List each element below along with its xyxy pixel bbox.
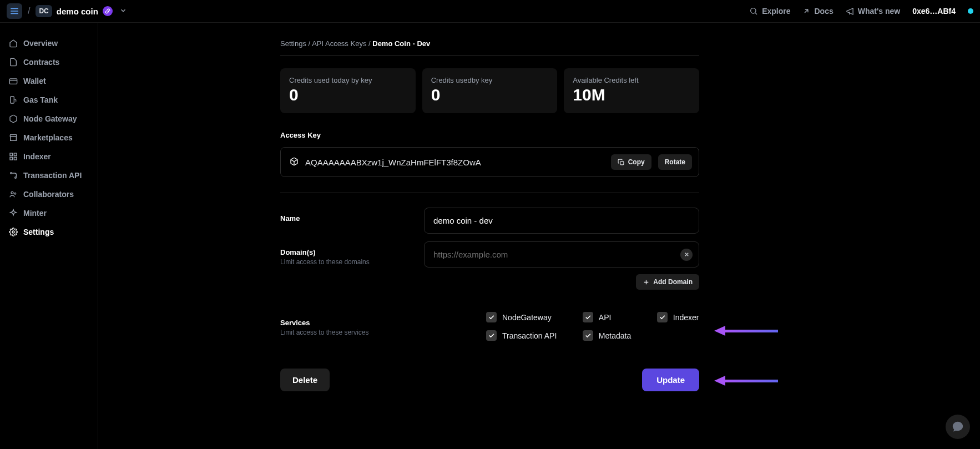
domain-row: Domain(s) Limit access to these domains …: [280, 241, 699, 290]
rotate-button[interactable]: Rotate: [658, 154, 692, 170]
service-label: Metadata: [599, 331, 631, 340]
access-key-label: Access Key: [280, 131, 699, 139]
wallet-icon: [9, 77, 18, 85]
sidebar-item-contracts[interactable]: Contracts: [4, 53, 93, 72]
chat-icon: [952, 421, 964, 433]
app-logo[interactable]: [7, 3, 22, 19]
service-nodegateway: NodeGateway: [486, 312, 557, 322]
svg-point-8: [15, 177, 17, 179]
service-metadata: Metadata: [583, 330, 632, 341]
sidebar-item-gas-tank[interactable]: Gas Tank: [4, 90, 93, 109]
sidebar-item-label: Transaction API: [23, 171, 82, 180]
service-transaction-api: Transaction API: [486, 330, 557, 341]
topbar: / DC demo coin Explore Docs What's new 0…: [0, 0, 980, 23]
add-domain-label: Add Domain: [653, 278, 693, 286]
svg-rect-12: [620, 161, 624, 164]
sidebar-item-label: Collaborators: [23, 190, 74, 199]
check-icon: [488, 332, 495, 339]
wallet-address[interactable]: 0xe6…ABf4: [912, 7, 956, 16]
annotation-arrow-services: [714, 326, 778, 336]
plus-icon: [643, 279, 650, 286]
copy-label: Copy: [628, 158, 645, 166]
sidebar-item-label: Settings: [23, 228, 54, 236]
actions-row: Delete Update: [280, 369, 699, 391]
nav-whats-new-label: What's new: [858, 7, 900, 16]
svg-point-0: [751, 8, 756, 13]
access-key-box: AQAAAAAAABXzw1j_WnZaHmFElFT3f8ZOwA Copy …: [280, 147, 699, 177]
name-label: Name: [280, 214, 424, 223]
sidebar-item-transaction-api[interactable]: Transaction API: [4, 166, 93, 185]
checkbox[interactable]: [583, 312, 593, 322]
stat-value: 0: [431, 85, 549, 104]
services-grid: NodeGateway API Indexer Transaction: [486, 312, 699, 341]
svg-rect-4: [14, 153, 17, 156]
main-content: Settings / API Access Keys / Demo Coin -…: [98, 23, 980, 449]
breadcrumb-api-keys[interactable]: API Access Keys: [312, 39, 366, 48]
sidebar-item-node-gateway[interactable]: Node Gateway: [4, 109, 93, 128]
sidebar-item-indexer[interactable]: Indexer: [4, 147, 93, 166]
divider: [280, 193, 699, 193]
sidebar-item-settings[interactable]: Settings: [4, 223, 93, 241]
chat-widget[interactable]: [946, 415, 970, 439]
nav-docs-label: Docs: [814, 7, 833, 16]
services-row: Services Limit access to these services …: [280, 312, 699, 341]
name-row: Name: [280, 208, 699, 234]
doc-icon: [9, 58, 18, 67]
svg-rect-2: [11, 97, 14, 103]
stat-label: Available Credits left: [573, 76, 690, 84]
svg-point-11: [12, 231, 14, 233]
checkbox[interactable]: [486, 312, 497, 322]
breadcrumb-settings[interactable]: Settings: [280, 39, 306, 48]
gas-icon: [9, 95, 18, 104]
check-icon: [659, 314, 666, 321]
project-badge: DC: [36, 5, 52, 17]
name-input[interactable]: [424, 208, 699, 234]
close-icon: [684, 251, 690, 258]
project-selector[interactable]: DC demo coin: [36, 5, 127, 17]
sidebar-item-collaborators[interactable]: Collaborators: [4, 185, 93, 204]
sidebar-item-wallet[interactable]: Wallet: [4, 72, 93, 90]
domain-sublabel: Limit access to these domains: [280, 258, 424, 266]
breadcrumb: Settings / API Access Keys / Demo Coin -…: [280, 39, 699, 56]
cube-icon: [290, 157, 299, 168]
checkbox[interactable]: [486, 330, 497, 341]
annotation-arrow-update: [714, 376, 778, 386]
svg-rect-3: [10, 153, 13, 156]
service-label: NodeGateway: [502, 313, 552, 322]
sidebar-item-label: Indexer: [23, 152, 51, 161]
service-api: API: [583, 312, 632, 322]
rotate-label: Rotate: [665, 158, 685, 166]
sidebar-item-marketplaces[interactable]: Marketplaces: [4, 128, 93, 147]
sidebar-item-label: Node Gateway: [23, 114, 77, 123]
access-key-value: AQAAAAAAABXzw1j_WnZaHmFElFT3f8ZOwA: [305, 158, 604, 167]
svg-rect-5: [10, 157, 13, 160]
stat-label: Credits usedby key: [431, 76, 549, 84]
stat-card-available: Available Credits left 10M: [564, 68, 699, 113]
avatar[interactable]: [968, 8, 973, 14]
stat-value: 0: [289, 85, 407, 104]
sidebar-item-label: Marketplaces: [23, 133, 73, 142]
clear-domain-button[interactable]: [680, 249, 693, 261]
add-domain-button[interactable]: Add Domain: [636, 274, 699, 290]
checkbox[interactable]: [657, 312, 668, 322]
stats-row: Credits used today by key 0 Credits used…: [280, 68, 699, 113]
domain-label: Domain(s): [280, 248, 424, 256]
nav-explore[interactable]: Explore: [749, 7, 790, 16]
sparkle-icon: [9, 209, 18, 218]
update-button[interactable]: Update: [642, 369, 699, 391]
chevron-down-icon: [119, 7, 127, 16]
delete-button[interactable]: Delete: [280, 369, 330, 391]
svg-point-7: [11, 173, 12, 174]
nav-docs[interactable]: Docs: [802, 7, 833, 16]
service-indexer: Indexer: [657, 312, 699, 322]
link-icon: [103, 6, 113, 16]
sidebar-item-overview[interactable]: Overview: [4, 34, 93, 53]
home-icon: [9, 39, 18, 48]
checkbox[interactable]: [583, 330, 593, 341]
copy-button[interactable]: Copy: [611, 154, 651, 170]
nav-whats-new[interactable]: What's new: [846, 7, 900, 16]
check-icon: [584, 332, 592, 339]
sidebar-item-minter[interactable]: Minter: [4, 204, 93, 223]
stat-value: 10M: [573, 85, 690, 104]
domain-input[interactable]: [424, 241, 699, 268]
